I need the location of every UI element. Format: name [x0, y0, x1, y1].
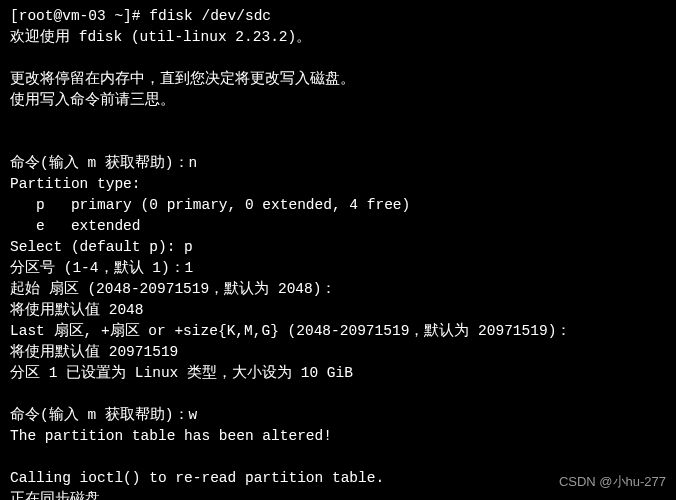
watermark-text: CSDN @小hu-277: [559, 473, 666, 492]
terminal-line: The partition table has been altered!: [10, 426, 666, 447]
terminal-line: Select (default p): p: [10, 237, 666, 258]
terminal-line: 分区号 (1-4，默认 1)：1: [10, 258, 666, 279]
terminal-line: 使用写入命令前请三思。: [10, 90, 666, 111]
terminal-line: Partition type:: [10, 174, 666, 195]
terminal-line: [root@vm-03 ~]# fdisk /dev/sdc: [10, 6, 666, 27]
terminal-line: 将使用默认值 20971519: [10, 342, 666, 363]
terminal-line: 命令(输入 m 获取帮助)：w: [10, 405, 666, 426]
terminal-line: 欢迎使用 fdisk (util-linux 2.23.2)。: [10, 27, 666, 48]
terminal-line: [10, 48, 666, 69]
terminal-line: Last 扇区, +扇区 or +size{K,M,G} (2048-20971…: [10, 321, 666, 342]
terminal-line: [10, 111, 666, 132]
terminal-line: 起始 扇区 (2048-20971519，默认为 2048)：: [10, 279, 666, 300]
terminal-line: 更改将停留在内存中，直到您决定将更改写入磁盘。: [10, 69, 666, 90]
terminal-line: 分区 1 已设置为 Linux 类型，大小设为 10 GiB: [10, 363, 666, 384]
terminal-output[interactable]: [root@vm-03 ~]# fdisk /dev/sdc欢迎使用 fdisk…: [0, 0, 676, 500]
terminal-line: p primary (0 primary, 0 extended, 4 free…: [10, 195, 666, 216]
terminal-line: [10, 384, 666, 405]
terminal-line: [10, 447, 666, 468]
terminal-line: [10, 132, 666, 153]
terminal-line: 将使用默认值 2048: [10, 300, 666, 321]
terminal-line: 命令(输入 m 获取帮助)：n: [10, 153, 666, 174]
terminal-line: e extended: [10, 216, 666, 237]
